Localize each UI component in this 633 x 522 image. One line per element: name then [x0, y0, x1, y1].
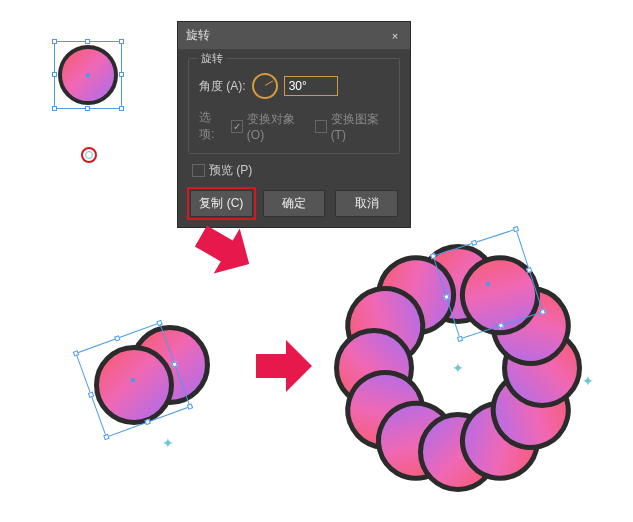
- resize-handle[interactable]: [187, 403, 193, 409]
- checkbox-icon: ✓: [231, 120, 243, 133]
- resize-handle[interactable]: [119, 72, 124, 77]
- arrow-right-icon: [256, 340, 312, 392]
- dialog-body: 旋转 角度 (A): 选项: ✓ 变换对象 (O) 变换图案 (T): [178, 50, 410, 227]
- resize-handle[interactable]: [430, 253, 436, 259]
- pivot-inner-ring: [85, 151, 93, 159]
- options-label: 选项:: [199, 109, 223, 143]
- transform-objects-checkbox[interactable]: ✓ 变换对象 (O): [231, 111, 307, 142]
- dialog-title: 旋转: [186, 27, 210, 44]
- step-arrow-2: [256, 340, 312, 392]
- checkbox-label: 变换图案 (T): [331, 111, 389, 142]
- resize-handle[interactable]: [119, 106, 124, 111]
- preview-row: 预览 (P): [192, 162, 400, 180]
- resize-handle[interactable]: [119, 39, 124, 44]
- resize-handle[interactable]: [85, 39, 90, 44]
- options-row: 选项: ✓ 变换对象 (O) 变换图案 (T): [199, 109, 389, 143]
- resize-handle[interactable]: [513, 226, 519, 232]
- rotate-group: 旋转 角度 (A): 选项: ✓ 变换对象 (O) 变换图案 (T): [188, 58, 400, 154]
- resize-handle[interactable]: [52, 106, 57, 111]
- close-icon[interactable]: ×: [388, 29, 402, 43]
- resize-handle[interactable]: [145, 419, 151, 425]
- initial-selected-circle: [54, 41, 122, 109]
- resize-handle[interactable]: [471, 240, 477, 246]
- preview-checkbox[interactable]: 预览 (P): [192, 162, 252, 179]
- rotation-pivot-marker[interactable]: [81, 147, 97, 163]
- resize-handle[interactable]: [443, 294, 449, 300]
- angle-row: 角度 (A):: [199, 73, 389, 99]
- anchor-mark-icon: ✦: [582, 373, 594, 389]
- pivot-mark-icon: ✦: [452, 360, 464, 376]
- resize-handle[interactable]: [88, 392, 94, 398]
- resize-handle[interactable]: [103, 434, 109, 440]
- checkbox-label: 变换对象 (O): [247, 111, 307, 142]
- transform-patterns-checkbox[interactable]: 变换图案 (T): [315, 111, 389, 142]
- checkbox-icon: [192, 164, 205, 177]
- resize-handle[interactable]: [457, 336, 463, 342]
- copy-button[interactable]: 复制 (C): [190, 190, 253, 217]
- group-label: 旋转: [197, 51, 227, 66]
- button-row: 复制 (C) 确定 取消: [188, 190, 400, 217]
- checkbox-icon: [315, 120, 327, 133]
- dialog-titlebar[interactable]: 旋转 ×: [178, 22, 410, 50]
- resize-handle[interactable]: [114, 335, 120, 341]
- angle-label: 角度 (A):: [199, 78, 246, 95]
- angle-input[interactable]: [284, 76, 338, 96]
- resize-handle[interactable]: [85, 106, 90, 111]
- rotate-dialog: 旋转 × 旋转 角度 (A): 选项: ✓ 变换对象 (O) 变换图案 (T): [177, 21, 411, 228]
- selection-bounding-box[interactable]: [54, 41, 122, 109]
- resize-handle[interactable]: [52, 39, 57, 44]
- pivot-mark-icon: ✦: [162, 435, 174, 451]
- circle-ring-result: ✦ ✦: [328, 238, 588, 498]
- resize-handle[interactable]: [73, 350, 79, 356]
- checkbox-label: 预览 (P): [209, 162, 252, 179]
- two-circle-step: ✦: [82, 315, 232, 455]
- angle-dial-icon[interactable]: [252, 73, 278, 99]
- resize-handle[interactable]: [52, 72, 57, 77]
- selection-center: [130, 377, 135, 382]
- cancel-button[interactable]: 取消: [335, 190, 398, 217]
- ok-button[interactable]: 确定: [263, 190, 326, 217]
- selection-center: [86, 73, 90, 77]
- selection-center: [485, 281, 490, 286]
